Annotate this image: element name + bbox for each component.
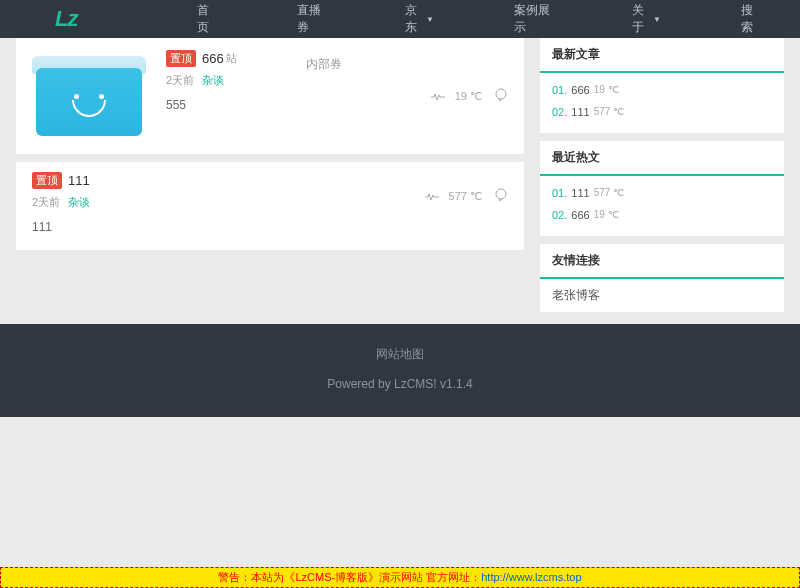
nav-cases[interactable]: 案例展示 (474, 2, 592, 36)
post-meta: 2天前 杂谈 (166, 73, 516, 88)
list-item[interactable]: 01. 666 19 ℃ (552, 79, 772, 101)
post-item[interactable]: 置顶 111 2天前 杂谈 111 577 ℃ (16, 162, 524, 250)
sticky-badge: 置顶 (166, 50, 196, 67)
svg-point-1 (496, 189, 506, 199)
nav-search[interactable]: 搜索 (701, 2, 800, 36)
list-item[interactable]: 01. 111 577 ℃ (552, 182, 772, 204)
post-item[interactable]: 置顶 666站 2天前 杂谈 555 内部券 19 ℃ (16, 38, 524, 154)
pulse-icon (425, 192, 437, 200)
widget-title: 友情连接 (540, 244, 784, 279)
widget-latest: 最新文章 01. 666 19 ℃ 02. 111 577 ℃ (540, 38, 784, 133)
header-nav: Lz 首页 直播券 京东▼ 案例展示 关于▼ 搜索 (0, 0, 800, 38)
sticky-badge: 置顶 (32, 172, 62, 189)
nav-about[interactable]: 关于▼ (592, 2, 701, 36)
chevron-down-icon: ▼ (426, 15, 434, 24)
post-temp: 577 ℃ (449, 190, 482, 203)
box-image (24, 46, 154, 146)
post-title[interactable]: 666 (202, 51, 224, 66)
post-temp: 19 ℃ (455, 90, 482, 103)
post-thumbnail (24, 46, 154, 146)
list-item[interactable]: 02. 666 19 ℃ (552, 204, 772, 226)
post-time: 2天前 (32, 195, 60, 210)
nav-live[interactable]: 直播券 (257, 2, 366, 36)
banner-link[interactable]: http://www.lzcms.top (481, 571, 581, 583)
banner-text: 警告：本站为《LzCMS-博客版》演示网站 官方网址： (218, 571, 481, 583)
post-extra-label: 内部券 (306, 56, 342, 73)
content-area: 置顶 666站 2天前 杂谈 555 内部券 19 ℃ 置顶 111 (0, 38, 800, 320)
sitemap-link[interactable]: 网站地图 (0, 346, 800, 363)
pulse-icon (431, 92, 443, 100)
comment-icon[interactable] (494, 188, 508, 204)
link-item[interactable]: 老张博客 (540, 279, 784, 312)
widget-hot: 最近热文 01. 111 577 ℃ 02. 666 19 ℃ (540, 141, 784, 236)
widget-title: 最新文章 (540, 38, 784, 73)
post-excerpt: 111 (32, 220, 508, 234)
post-stats: 577 ℃ (425, 188, 508, 204)
widget-title: 最近热文 (540, 141, 784, 176)
logo[interactable]: Lz (55, 6, 77, 32)
chevron-down-icon: ▼ (653, 15, 661, 24)
nav-menu: 首页 直播券 京东▼ 案例展示 关于▼ 搜索 (157, 2, 800, 36)
comment-icon[interactable] (494, 88, 508, 104)
nav-home[interactable]: 首页 (157, 2, 256, 36)
post-suffix: 站 (226, 51, 237, 66)
post-category[interactable]: 杂谈 (202, 73, 224, 88)
post-category[interactable]: 杂谈 (68, 195, 90, 210)
nav-jd[interactable]: 京东▼ (365, 2, 474, 36)
widget-links: 友情连接 老张博客 (540, 244, 784, 312)
main-column: 置顶 666站 2天前 杂谈 555 内部券 19 ℃ 置顶 111 (16, 38, 524, 320)
post-time: 2天前 (166, 73, 194, 88)
sidebar: 最新文章 01. 666 19 ℃ 02. 111 577 ℃ 最近热文 01. (540, 38, 784, 320)
warning-banner: 警告：本站为《LzCMS-博客版》演示网站 官方网址：http://www.lz… (0, 567, 800, 588)
footer: 网站地图 Powered by LzCMS! v1.1.4 (0, 324, 800, 417)
powered-by: Powered by LzCMS! v1.1.4 (0, 377, 800, 391)
svg-point-0 (496, 89, 506, 99)
post-stats: 19 ℃ (431, 88, 508, 104)
post-title[interactable]: 111 (68, 173, 90, 188)
list-item[interactable]: 02. 111 577 ℃ (552, 101, 772, 123)
